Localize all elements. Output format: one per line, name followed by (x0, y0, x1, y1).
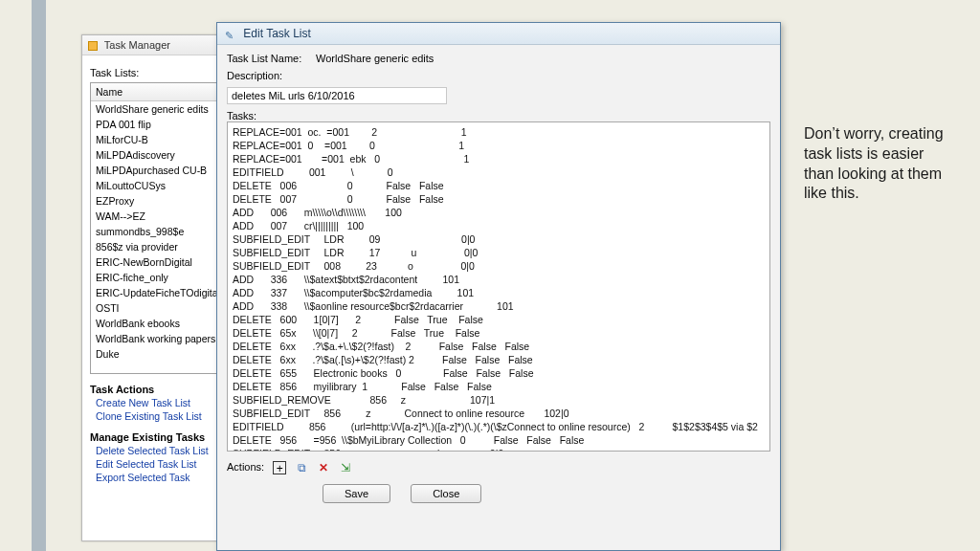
tasks-label: Tasks: (227, 110, 770, 121)
task-list-name-label: Task List Name: (227, 53, 313, 64)
save-button[interactable]: Save (323, 484, 390, 503)
slide-accent-bar (32, 0, 46, 551)
actions-label: Actions: (227, 461, 264, 473)
slide-annotation: Don’t worry, creating task lists is easi… (804, 124, 957, 204)
task-list-name-value: WorldShare generic edits (316, 53, 434, 64)
export-task-icon[interactable]: ⇲ (339, 461, 352, 474)
dialog-title-text: Edit Task List (243, 27, 310, 40)
tasks-listbox[interactable]: REPLACE=001 oc. =001 2 1 REPLACE=001 0 =… (227, 121, 770, 452)
description-label: Description: (227, 70, 313, 81)
close-button[interactable]: Close (411, 484, 481, 503)
actions-row: Actions: + ⧉ ✕ ⇲ (227, 461, 770, 474)
task-manager-title: Task Manager (104, 39, 170, 51)
description-field[interactable]: deletes MiL urls 6/10/2016 (227, 87, 447, 104)
app-icon (88, 41, 98, 51)
duplicate-task-icon[interactable]: ⧉ (295, 461, 308, 474)
dialog-titlebar: Edit Task List (217, 23, 780, 45)
add-task-icon[interactable]: + (273, 461, 286, 474)
edit-icon (225, 29, 236, 40)
delete-task-icon[interactable]: ✕ (317, 461, 330, 474)
edit-task-list-dialog: Edit Task List Task List Name: WorldShar… (216, 22, 781, 551)
